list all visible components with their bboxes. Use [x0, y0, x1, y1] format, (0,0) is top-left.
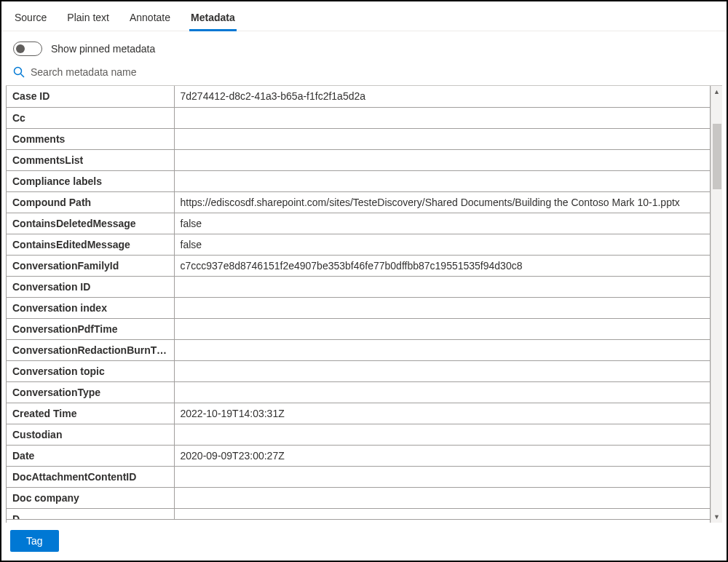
- scroll-up-arrow-icon[interactable]: ▲: [711, 86, 723, 98]
- tab-plain-text[interactable]: Plain text: [66, 9, 111, 31]
- table-outer: Case ID7d274412-d8c2-41a3-b65a-f1fc2f1a5…: [6, 85, 722, 523]
- metadata-key: Compliance labels: [7, 170, 174, 191]
- metadata-key: DocAttachmentContentID: [7, 466, 174, 487]
- metadata-key: Comments: [7, 128, 174, 149]
- toggle-label: Show pinned metadata: [51, 43, 155, 55]
- metadata-value: [174, 297, 710, 318]
- toggle-knob: [16, 44, 25, 53]
- metadata-key: ContainsDeletedMessage: [7, 213, 174, 234]
- metadata-table-container: Case ID7d274412-d8c2-41a3-b65a-f1fc2f1a5…: [6, 86, 711, 523]
- metadata-value: false: [174, 234, 710, 255]
- metadata-key: ConversationRedactionBurnTime: [7, 339, 174, 360]
- footer: Tag: [1, 523, 727, 561]
- metadata-key: ConversationPdfTime: [7, 318, 174, 339]
- search-row: [1, 62, 727, 85]
- metadata-key: Cc: [7, 107, 174, 128]
- table-row: Doc company: [7, 487, 710, 508]
- scroll-thumb[interactable]: [713, 124, 721, 189]
- table-row: Comments: [7, 128, 710, 149]
- table-row: Compliance labels: [7, 170, 710, 191]
- table-row: Custodian: [7, 424, 710, 445]
- search-icon: [13, 66, 25, 78]
- scroll-down-arrow-icon[interactable]: ▼: [711, 511, 723, 523]
- table-row: ConversationType: [7, 381, 710, 403]
- table-row: Conversation index: [7, 297, 710, 318]
- table-row: DocAttachmentContentID: [7, 466, 710, 487]
- metadata-value: [174, 170, 710, 191]
- tab-bar: Source Plain text Annotate Metadata: [1, 1, 727, 31]
- metadata-value: [174, 128, 710, 149]
- metadata-key: Conversation topic: [7, 360, 174, 381]
- search-input[interactable]: [31, 66, 715, 78]
- toggle-row: Show pinned metadata: [1, 31, 727, 62]
- metadata-value: [174, 360, 710, 381]
- table-row: ConversationPdfTime: [7, 318, 710, 339]
- metadata-key: CommentsList: [7, 149, 174, 170]
- metadata-value: c7ccc937e8d8746151f2e4907be353bf46fe77b0…: [174, 255, 710, 276]
- tab-metadata[interactable]: Metadata: [189, 9, 237, 31]
- metadata-value: [174, 487, 710, 508]
- metadata-key: Doc company: [7, 487, 174, 508]
- table-row: Date2020-09-09T23:00:27Z: [7, 445, 710, 466]
- metadata-value: [174, 508, 710, 519]
- metadata-value: [174, 276, 710, 297]
- metadata-key: D: [7, 508, 174, 519]
- table-row: Compound Pathhttps://ediscosdf.sharepoin…: [7, 191, 710, 213]
- metadata-value: [174, 466, 710, 487]
- vertical-scrollbar[interactable]: ▲ ▼: [711, 86, 722, 523]
- metadata-value: 2022-10-19T14:03:31Z: [174, 403, 710, 424]
- metadata-value: [174, 318, 710, 339]
- metadata-key: ConversationFamilyId: [7, 255, 174, 276]
- metadata-value: [174, 107, 710, 128]
- tab-source[interactable]: Source: [13, 9, 48, 31]
- metadata-value: 7d274412-d8c2-41a3-b65a-f1fc2f1a5d2a: [174, 86, 710, 107]
- metadata-key: Custodian: [7, 424, 174, 445]
- table-row: Cc: [7, 107, 710, 128]
- table-row: ContainsEditedMessagefalse: [7, 234, 710, 255]
- metadata-value: https://ediscosdf.sharepoint.com/sites/T…: [174, 191, 710, 213]
- metadata-value: [174, 424, 710, 445]
- table-row: Case ID7d274412-d8c2-41a3-b65a-f1fc2f1a5…: [7, 86, 710, 107]
- table-row-partial: D: [7, 508, 710, 519]
- svg-line-1: [21, 74, 25, 78]
- metadata-key: Conversation ID: [7, 276, 174, 297]
- svg-point-0: [15, 68, 22, 75]
- metadata-value: 2020-09-09T23:00:27Z: [174, 445, 710, 466]
- table-row: Created Time2022-10-19T14:03:31Z: [7, 403, 710, 424]
- metadata-value: [174, 381, 710, 403]
- table-row: ConversationRedactionBurnTime: [7, 339, 710, 360]
- scroll-track[interactable]: [711, 98, 722, 511]
- table-row: ContainsDeletedMessagefalse: [7, 213, 710, 234]
- tag-button[interactable]: Tag: [10, 530, 59, 552]
- metadata-key: Case ID: [7, 86, 174, 107]
- metadata-key: Conversation index: [7, 297, 174, 318]
- metadata-key: Compound Path: [7, 191, 174, 213]
- table-row: CommentsList: [7, 149, 710, 170]
- tab-annotate[interactable]: Annotate: [128, 9, 172, 31]
- metadata-value: [174, 149, 710, 170]
- table-row: ConversationFamilyIdc7ccc937e8d8746151f2…: [7, 255, 710, 276]
- metadata-value: false: [174, 213, 710, 234]
- metadata-key: Created Time: [7, 403, 174, 424]
- metadata-key: Date: [7, 445, 174, 466]
- metadata-key: ContainsEditedMessage: [7, 234, 174, 255]
- metadata-table: Case ID7d274412-d8c2-41a3-b65a-f1fc2f1a5…: [7, 86, 710, 520]
- table-row: Conversation topic: [7, 360, 710, 381]
- show-pinned-toggle[interactable]: [13, 41, 42, 56]
- table-row: Conversation ID: [7, 276, 710, 297]
- metadata-key: ConversationType: [7, 381, 174, 403]
- metadata-value: [174, 339, 710, 360]
